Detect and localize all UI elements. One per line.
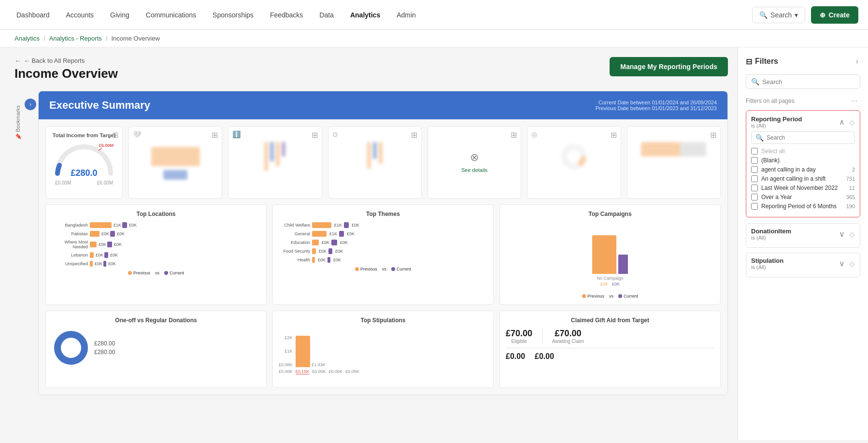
search-button[interactable]: 🔍 Search ▾ — [752, 7, 805, 23]
campaign-bars — [592, 226, 628, 274]
top-campaigns-card: Top Campaigns — [499, 204, 721, 305]
gift-aid-divider — [542, 329, 542, 344]
gauge-min: £0.00M — [55, 180, 71, 186]
filter-search-input[interactable] — [762, 78, 855, 86]
checkbox-agent-shift[interactable] — [751, 175, 758, 182]
donut-svg — [52, 329, 90, 367]
metric-card-2-icon: ⊞ — [212, 130, 218, 140]
nav-giving[interactable]: Giving — [103, 7, 136, 23]
all-pages-menu[interactable]: ··· — [848, 96, 860, 106]
donation-item-group: DonationItem is (All) ∨ ◇ — [746, 223, 860, 248]
breadcrumb-sep-1: / — [43, 35, 45, 42]
exec-summary-dates: Current Date between 01/01/2024 and 26/0… — [596, 100, 717, 111]
loc-bangladesh-label: Bangladesh — [52, 223, 88, 228]
gift-aid-separator — [506, 348, 714, 348]
regular-value-right: £280.00 — [94, 349, 115, 356]
theme-education: Education £0K £0K — [279, 240, 487, 245]
blank-label: (Blank) — [761, 157, 780, 164]
nav-dashboard[interactable]: Dashboard — [10, 7, 57, 23]
nav-analytics[interactable]: Analytics — [343, 7, 387, 23]
agent-shift-count: 731 — [846, 176, 855, 182]
reporting-period-header: Reporting Period is (All) ∧ ◇ — [751, 115, 855, 129]
donation-item-collapse[interactable]: ∨ — [837, 228, 847, 241]
donut-labels: £280.00 £280.00 — [94, 340, 115, 356]
themes-legend: Previous vs Current — [279, 267, 487, 272]
theme-food-security: Food Security £0K £0K — [279, 248, 487, 254]
gift-aid-awaiting-col: £70.00 Awaiting Claim — [552, 329, 584, 344]
campaign-orange-bar — [592, 235, 616, 274]
legend-previous-label: Previous — [133, 271, 150, 275]
one-off-value-left: £280.00 — [94, 340, 115, 347]
reporting-period-search[interactable]: 🔍 — [751, 131, 855, 144]
svg-text:£5.00M: £5.00M — [99, 143, 114, 148]
metric-card-4-icon: ⊞ — [411, 130, 417, 140]
nav-feedbacks[interactable]: Feedbacks — [263, 7, 310, 23]
bookmark-icon: 🔖 — [14, 134, 21, 140]
exec-summary-title: Executive Summary — [49, 99, 150, 112]
nav-accounts[interactable]: Accounts — [59, 7, 101, 23]
stip-bars: £1.93K — [296, 336, 487, 367]
breadcrumb-reports[interactable]: Analytics - Reports — [49, 35, 102, 42]
metric-card-6-icon: ⊞ — [611, 130, 617, 140]
nav-data[interactable]: Data — [313, 7, 341, 23]
filter-title: ⊟ Filters — [746, 57, 778, 66]
checkbox-6-months[interactable] — [751, 203, 758, 210]
loc-bangladesh: Bangladesh £1K £0K — [52, 222, 260, 228]
donation-item-title: DonationItem — [751, 228, 791, 235]
nav-communications[interactable]: Communications — [139, 7, 203, 23]
stipulation-clear[interactable]: ◇ — [850, 260, 855, 268]
expand-button[interactable]: › — [25, 99, 36, 110]
create-label: Create — [828, 11, 850, 19]
reporting-period-title: Reporting Period — [751, 115, 802, 123]
loc-unspecified: Unspecified £0K £0K — [52, 261, 260, 267]
checkbox-select-all[interactable] — [751, 148, 758, 155]
dashboard-card: Executive Summary Current Date between 0… — [38, 91, 728, 395]
metric-card-2: ⊞ 🤍 — [128, 126, 222, 199]
gift-aid-bottom: £0.00 £0.00 — [506, 352, 714, 361]
top-themes-card: Top Themes Child Welfare £1K £0K — [272, 204, 494, 305]
checkbox-agent-day[interactable] — [751, 166, 758, 173]
create-button[interactable]: ⊕ Create — [811, 6, 858, 24]
stipulation-collapse[interactable]: ∨ — [837, 257, 847, 270]
filter-panel-collapse[interactable]: › — [854, 55, 860, 68]
gift-aid-eligible-label: Eligible — [511, 339, 526, 344]
breadcrumb-analytics[interactable]: Analytics — [14, 35, 40, 42]
nav-right: 🔍 Search ▾ ⊕ Create — [752, 6, 858, 24]
back-link[interactable]: ← ← Back to All Reports — [14, 57, 118, 64]
reporting-period-sub: is (All) — [751, 123, 802, 129]
checkbox-over-year[interactable] — [751, 194, 758, 200]
one-off-title: One-off vs Regular Donations — [52, 317, 260, 324]
gauge-wrap: £5.00M £280.0 £0.00M £6.00M — [52, 142, 116, 186]
checkbox-last-week-nov[interactable] — [751, 185, 758, 191]
nav-sponsorships[interactable]: Sponsorships — [206, 7, 260, 23]
theme-rows: Child Welfare £1K £0K General — [279, 222, 487, 263]
gift-aid-card: Claimed Gift Aid from Target £70.00 Elig… — [499, 311, 721, 388]
campaign-purple-bar — [618, 255, 628, 274]
filter-search-box[interactable]: 🔍 — [746, 74, 860, 89]
metric-2-content — [135, 147, 216, 180]
breadcrumb-current: Income Overview — [111, 35, 159, 42]
donation-item-clear[interactable]: ◇ — [850, 230, 855, 238]
campaign-chart: No Campaign £2K £0K — [506, 222, 714, 290]
metric-card-5-icon: ⊞ — [511, 130, 517, 140]
manage-reporting-periods-button[interactable]: Manage My Reporting Periods — [610, 57, 728, 76]
loc-where-most-needed: Where Most Needed £0K £0K — [52, 240, 260, 249]
reporting-period-collapse[interactable]: ∧ — [837, 115, 847, 129]
last-week-nov-count: 11 — [849, 185, 855, 191]
see-details-link[interactable]: See details — [461, 167, 487, 173]
metric-card-icon: ⊞ — [112, 130, 118, 140]
bottom-charts-row: One-off vs Regular Donations £280.00 £28… — [45, 311, 721, 388]
filter-opt-select-all: Select all — [751, 148, 855, 155]
gift-aid-title: Claimed Gift Aid from Target — [506, 317, 714, 324]
bar-orange — [90, 222, 112, 228]
reporting-period-clear[interactable]: ◇ — [850, 118, 855, 126]
reporting-period-search-input[interactable] — [767, 134, 851, 141]
filter-opt-last-week-nov: Last Week of November 2022 11 — [751, 185, 855, 191]
inner-search-icon: 🔍 — [755, 134, 764, 142]
gauge-value: £280.0 — [71, 168, 97, 178]
last-week-nov-label: Last Week of November 2022 — [761, 185, 838, 191]
page-header: ← ← Back to All Reports Income Overview … — [14, 57, 728, 81]
nav-admin[interactable]: Admin — [390, 7, 423, 23]
see-details-wrap: ⊗ See details — [461, 151, 487, 173]
checkbox-blank[interactable] — [751, 157, 758, 164]
